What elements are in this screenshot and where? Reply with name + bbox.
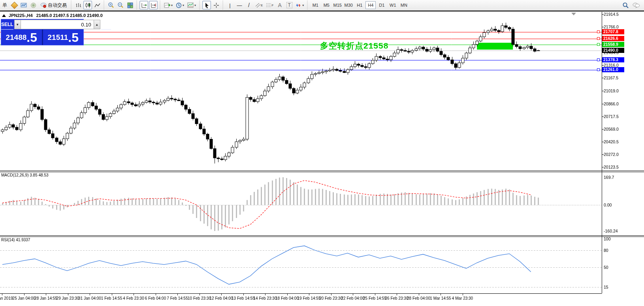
level-line-marker[interactable] xyxy=(597,43,600,46)
toolbar-separator xyxy=(306,1,309,9)
tab-timeframe-m1[interactable]: M1 xyxy=(310,1,320,9)
fibonacci-tool[interactable]: F xyxy=(265,1,275,9)
toolbar-separator xyxy=(222,1,224,9)
chevron-down-icon[interactable]: ▾ xyxy=(302,4,304,7)
chart-window-icon[interactable] xyxy=(19,1,28,9)
tab-timeframe-w1[interactable]: W1 xyxy=(388,1,398,9)
cursor-icon[interactable] xyxy=(202,1,211,9)
text-label-tool[interactable]: T xyxy=(285,1,294,9)
time-tick-label: 20 Feb 23:30 xyxy=(319,296,343,300)
sell-price[interactable]: 21488.5 xyxy=(1,30,42,45)
rsi-canvas[interactable] xyxy=(0,237,602,293)
radar-icon[interactable] xyxy=(29,1,38,9)
chart-shift-icon[interactable] xyxy=(149,1,158,9)
macd-axis-label: 169.7 xyxy=(604,175,614,180)
tab-timeframe-m15[interactable]: M15 xyxy=(332,1,343,9)
level-line-marker[interactable] xyxy=(597,30,600,33)
templates-button[interactable]: ▾ xyxy=(186,1,197,9)
candlestick-icon[interactable] xyxy=(83,1,92,9)
zoom-out-icon[interactable] xyxy=(116,1,125,9)
time-tick-label: 6 Feb 04:00 xyxy=(145,296,166,300)
chart-shift-marker[interactable] xyxy=(571,13,576,15)
sell-button[interactable]: SELL xyxy=(1,19,13,30)
time-tick-mark xyxy=(200,294,200,295)
macd-canvas[interactable] xyxy=(0,172,602,235)
buy-button[interactable]: BUY xyxy=(101,19,111,30)
search-icon[interactable] xyxy=(621,1,630,9)
volume-decrease-button[interactable]: ▼ xyxy=(14,20,21,29)
time-axis-line xyxy=(0,293,602,294)
chevron-down-icon[interactable]: ▾ xyxy=(194,4,196,7)
volume-input[interactable] xyxy=(21,20,94,29)
arrows-tool[interactable]: ▾ xyxy=(294,1,305,9)
chevron-down-icon[interactable]: ▾ xyxy=(171,4,173,7)
rsi-axis-label: 15 xyxy=(604,285,608,289)
price-tick-label: 20272.0 xyxy=(604,152,619,157)
chat-icon[interactable] xyxy=(631,1,641,9)
equidistant-channel-tool[interactable]: E xyxy=(254,1,264,9)
tab-timeframe-m30[interactable]: M30 xyxy=(343,1,354,9)
tab-timeframe-m5[interactable]: M5 xyxy=(321,1,331,9)
time-tick-label: 22 Feb 04:00 xyxy=(341,296,365,300)
time-tick-label: 28 Feb 04:00 xyxy=(407,296,430,300)
tab-timeframe-h1[interactable]: H1 xyxy=(354,1,365,9)
zoom-in-icon[interactable] xyxy=(107,1,115,9)
gem-icon[interactable] xyxy=(10,1,19,9)
time-tick-mark xyxy=(287,294,288,295)
price-axis-line xyxy=(602,12,602,293)
toolbar-separator xyxy=(159,1,162,9)
volume-increase-button[interactable]: ▲ xyxy=(94,20,100,29)
time-tick-mark xyxy=(221,294,222,295)
autotrading-button[interactable]: 自动交易 xyxy=(38,1,69,9)
time-tick-mark xyxy=(177,294,178,295)
tab-timeframe-h4[interactable]: H4 xyxy=(365,1,376,9)
price-tick-label: 21914.5 xyxy=(604,12,619,17)
level-line-marker[interactable] xyxy=(597,58,600,61)
time-tick-label: 14 Feb 23:30 xyxy=(254,296,277,300)
level-line-marker[interactable] xyxy=(597,37,600,40)
time-tick-mark xyxy=(265,294,266,295)
price-tick-label: 20569.0 xyxy=(604,127,619,131)
macd-axis-label: 0.00 xyxy=(604,203,612,207)
time-tick-mark xyxy=(46,294,46,295)
level-price-label: 21490.0 xyxy=(602,48,624,53)
rsi-axis-label: 50 xyxy=(604,265,608,270)
new-order-button[interactable]: 单 xyxy=(0,1,9,9)
bar-chart-icon[interactable] xyxy=(74,1,83,9)
vertical-line-tool[interactable]: | xyxy=(226,1,234,9)
chart-title: JPN225-,H4 21485.0 21497.5 21485.0 21490… xyxy=(2,13,103,18)
collapse-panel-icon[interactable] xyxy=(2,14,6,17)
indicators-button[interactable]: ▾ xyxy=(163,1,174,9)
time-tick-mark xyxy=(309,294,309,295)
time-tick-label: 10 Feb 23:30 xyxy=(188,296,211,300)
tab-timeframe-mn[interactable]: MN xyxy=(399,1,409,9)
macd-axis-label: -160.24 xyxy=(604,229,618,233)
time-tick-label: 28 Jan 14:55 xyxy=(34,296,57,300)
one-click-trade-panel: SELL ▼ ▲ BUY 21488.5 21511.5 xyxy=(1,19,84,45)
time-tick-label: 26 Feb 23:30 xyxy=(385,296,409,300)
time-tick-label: 23 Jan 2019 xyxy=(0,296,13,300)
toolbar-separator xyxy=(103,1,105,9)
crosshair-icon[interactable] xyxy=(212,1,220,9)
tile-windows-icon[interactable] xyxy=(126,1,134,9)
time-tick-mark xyxy=(112,294,112,295)
line-chart-icon[interactable] xyxy=(93,1,102,9)
time-tick-mark xyxy=(331,294,331,295)
time-tick-label: 4 Feb 23:30 xyxy=(123,296,144,300)
price-chart-canvas[interactable] xyxy=(0,12,602,171)
horizontal-line-tool[interactable]: — xyxy=(235,1,244,9)
buy-price[interactable]: 21511.5 xyxy=(43,30,84,45)
autotrading-icon xyxy=(40,2,47,8)
level-line-marker[interactable] xyxy=(597,68,600,71)
periods-button[interactable]: ▾ xyxy=(175,1,185,9)
trendline-tool[interactable]: / xyxy=(245,1,253,9)
autoscroll-icon[interactable] xyxy=(139,1,148,9)
time-tick-label: 1 Feb 14:55 xyxy=(101,296,122,300)
rsi-axis-label: 80 xyxy=(604,248,608,253)
tab-timeframe-d1[interactable]: D1 xyxy=(377,1,387,9)
level-price-label: 21626.6 xyxy=(602,36,624,41)
toolbar-separator xyxy=(70,1,73,9)
text-tool[interactable]: A xyxy=(275,1,284,9)
chevron-down-icon[interactable]: ▾ xyxy=(183,4,184,7)
time-tick-mark xyxy=(68,294,68,295)
